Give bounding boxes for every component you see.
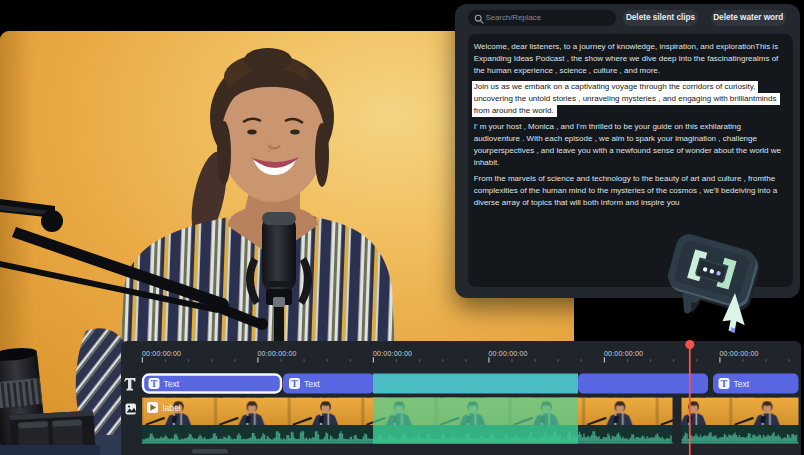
svg-text:T: T [721, 378, 728, 389]
svg-text:00:00:00:00: 00:00:00:00 [142, 350, 181, 357]
svg-text:Text: Text [164, 379, 180, 389]
svg-text:T: T [291, 378, 298, 389]
svg-text:00:00:00:00: 00:00:00:00 [258, 350, 297, 357]
svg-text:00:00:00:00: 00:00:00:00 [720, 350, 759, 357]
svg-text:00:00:00:00: 00:00:00:00 [489, 350, 528, 357]
svg-text:label: label [163, 403, 181, 413]
svg-text:T: T [151, 378, 158, 389]
svg-text:Text: Text [304, 379, 320, 389]
svg-text:00:00:00:00: 00:00:00:00 [373, 350, 412, 357]
svg-text:00:00:00:00: 00:00:00:00 [604, 350, 643, 357]
svg-text:Text: Text [734, 379, 750, 389]
